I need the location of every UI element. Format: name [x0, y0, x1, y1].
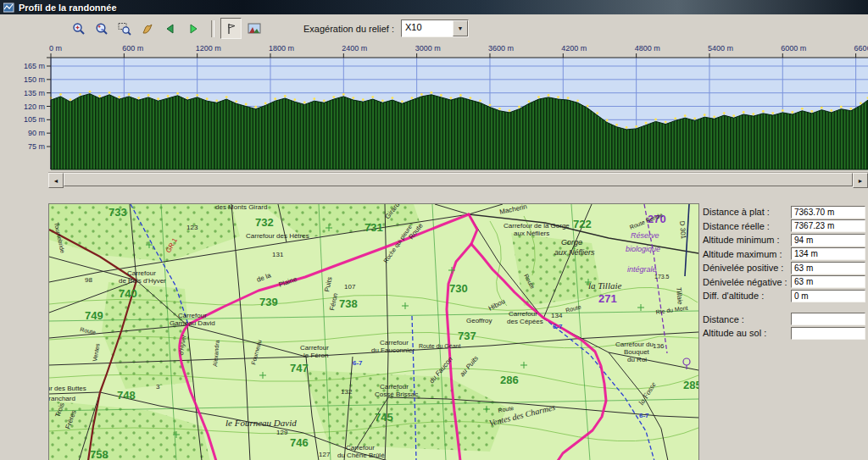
svg-text:758: 758: [90, 448, 108, 460]
stat-label: Dénivelée négative :: [703, 277, 787, 287]
svg-text:des Monts Girard: des Monts Girard: [215, 203, 267, 211]
svg-text:Gorge: Gorge: [561, 238, 582, 247]
svg-text:105 m: 105 m: [24, 115, 45, 124]
svg-text:Carrefour des Buttes: Carrefour des Buttes: [48, 385, 86, 392]
pan-left-icon: [164, 22, 177, 36]
flag-points-button[interactable]: [220, 18, 242, 39]
svg-text:135 m: 135 m: [24, 89, 45, 97]
pan-left-button[interactable]: [159, 18, 181, 39]
svg-text:aux Néfliers: aux Néfliers: [514, 230, 549, 237]
relief-exaggeration-dropdown[interactable]: X10 ▼: [401, 19, 469, 37]
zoom-in-button[interactable]: [68, 18, 89, 39]
svg-text:Geoffroy: Geoffroy: [466, 317, 492, 324]
svg-text:de Bois d'Hyver: de Bois d'Hyver: [119, 277, 166, 285]
stat-label: Distance réelle :: [703, 221, 770, 231]
svg-text:746: 746: [290, 436, 309, 449]
svg-text:la Tillaie: la Tillaie: [588, 280, 622, 291]
flag-icon: [225, 22, 238, 36]
stat-value: 7363.70 m: [791, 206, 865, 219]
zoom-window-button[interactable]: [114, 18, 135, 39]
svg-text:132: 132: [341, 388, 353, 396]
svg-text:173.5: 173.5: [654, 274, 670, 280]
svg-text:Garneau David: Garneau David: [170, 319, 215, 327]
terrain-view-button[interactable]: [243, 18, 264, 39]
topo-map[interactable]: 733des Monts Girard732123Carrefour des H…: [48, 203, 699, 460]
svg-text:0 m: 0 m: [49, 44, 62, 53]
svg-text:Carrefour: Carrefour: [380, 383, 409, 391]
stat-value: 94 m: [791, 234, 865, 247]
stat-row: Altitude maximum : 134 m: [703, 247, 865, 262]
svg-text:747: 747: [290, 362, 309, 374]
titlebar[interactable]: Profil de la randonnée: [0, 0, 868, 14]
svg-text:aux Néfliers: aux Néfliers: [554, 248, 595, 257]
svg-text:1800 m: 1800 m: [269, 44, 294, 53]
svg-text:des Cépées: des Cépées: [507, 318, 543, 325]
stat-row: Dénivelée positive : 63 m: [703, 261, 865, 275]
stat-row: Dénivelée négative : 63 m: [703, 275, 865, 290]
svg-text:Réserve: Réserve: [631, 231, 659, 240]
app-window: Profil de la randonnée: [0, 0, 868, 460]
scroll-left-button[interactable]: ◄: [48, 173, 64, 188]
chevron-down-icon[interactable]: ▼: [453, 20, 468, 36]
svg-text:749: 749: [85, 309, 103, 322]
scroll-right-button[interactable]: ►: [853, 173, 868, 188]
window-title: Profil de la randonnée: [19, 3, 117, 13]
svg-text:Bouquet: Bouquet: [624, 348, 650, 356]
svg-text:286: 286: [500, 374, 519, 386]
svg-text:du Fauconnier: du Fauconnier: [371, 346, 415, 354]
svg-text:98: 98: [85, 276, 92, 284]
svg-text:la Franchard: la Franchard: [48, 395, 75, 402]
svg-text:90 m: 90 m: [28, 129, 45, 137]
svg-text:738: 738: [339, 297, 358, 310]
svg-text:748: 748: [117, 389, 136, 402]
zoom-plus-minus-button[interactable]: [91, 18, 112, 39]
svg-text:4800 m: 4800 m: [635, 44, 660, 53]
svg-text:740: 740: [119, 287, 137, 300]
svg-text:Carrefour: Carrefour: [380, 339, 409, 346]
svg-text:722: 722: [573, 218, 592, 230]
app-icon: [3, 3, 14, 13]
pan-right-icon: [186, 22, 200, 36]
svg-text:165 m: 165 m: [24, 62, 45, 70]
stat-value: [791, 327, 865, 340]
stat-label: Altitude minimum :: [703, 235, 779, 245]
svg-text:129: 129: [276, 429, 288, 436]
elevation-profile-chart[interactable]: 0 m600 m1200 m1800 m2400 m3000 m3600 m42…: [0, 42, 868, 172]
svg-text:6600 m: 6600 m: [854, 44, 868, 53]
stat-label: Distance à plat :: [703, 207, 770, 217]
svg-text:le Fourneau David: le Fourneau David: [225, 418, 297, 428]
zoom-plus-minus-icon: [95, 22, 108, 36]
stat-row: Distance réelle : 7367.23 m: [703, 219, 865, 234]
svg-text:150 m: 150 m: [24, 75, 45, 84]
track-edit-icon: [141, 22, 154, 36]
svg-text:Carrefour du: Carrefour du: [615, 341, 654, 348]
scroll-thumb[interactable]: [64, 173, 853, 186]
svg-text:6000 m: 6000 m: [781, 44, 806, 53]
pan-right-button[interactable]: [182, 18, 203, 39]
svg-text:D 301: D 301: [678, 220, 687, 240]
svg-text:271: 271: [598, 292, 617, 305]
svg-text:107: 107: [344, 283, 356, 291]
svg-text:733: 733: [108, 206, 127, 219]
svg-text:Tillaie: Tillaie: [675, 286, 684, 305]
svg-text:Carrefour: Carrefour: [509, 310, 537, 318]
stat-value: 0 m: [791, 290, 865, 302]
svg-text:730: 730: [449, 282, 468, 295]
stat-label: Diff. d'altitude :: [703, 291, 764, 301]
relief-exaggeration-label: Exagération du relief :: [303, 24, 394, 34]
track-edit-button[interactable]: [136, 18, 158, 39]
stat-value: 134 m: [791, 247, 865, 260]
svg-text:3600 m: 3600 m: [488, 44, 514, 53]
svg-text:6-7: 6-7: [553, 323, 563, 330]
svg-text:4200 m: 4200 m: [561, 44, 587, 53]
zoom-in-icon: [72, 22, 86, 36]
svg-text:731: 731: [364, 221, 383, 234]
svg-text:120 m: 120 m: [24, 103, 45, 111]
stat-value: 7367.23 m: [791, 219, 865, 232]
stat-row: Altitude au sol :: [703, 326, 865, 341]
stat-row: Distance à plat : 7363.70 m: [703, 205, 865, 219]
svg-text:1200 m: 1200 m: [196, 44, 221, 53]
svg-text:739: 739: [259, 296, 278, 308]
chart-hscrollbar[interactable]: ◄ ►: [48, 172, 868, 186]
svg-text:le Féron: le Féron: [303, 352, 328, 359]
